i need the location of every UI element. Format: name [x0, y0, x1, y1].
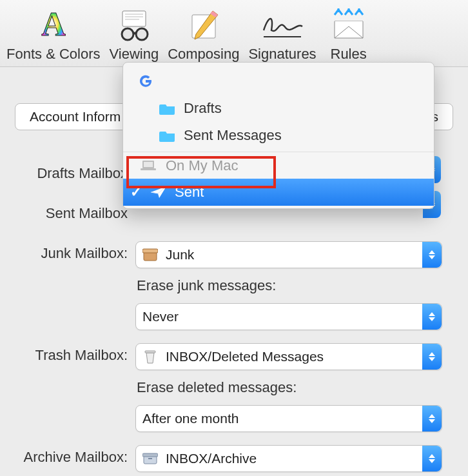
svg-rect-21 [141, 168, 156, 170]
trash-can-icon [142, 349, 158, 364]
trash-mailbox-popup[interactable]: INBOX/Deleted Messages [135, 343, 442, 370]
dropdown-section-on-my-mac: On My Mac [123, 152, 434, 179]
laptop-icon [140, 157, 157, 174]
svg-point-6 [122, 28, 133, 40]
toolbar-label: Signatures [248, 46, 316, 63]
junk-mailbox-label: Junk Mailbox: [4, 241, 135, 262]
svg-rect-15 [145, 351, 155, 353]
erase-deleted-label: Erase deleted messages: [137, 379, 442, 396]
archive-box-icon [142, 451, 158, 466]
archive-mailbox-popup[interactable]: INBOX/Archive [135, 445, 442, 472]
toolbar-label: Rules [331, 46, 367, 63]
junk-mailbox-popup[interactable]: Junk [135, 241, 442, 268]
folder-icon [159, 100, 176, 117]
erase-junk-popup[interactable]: Never [135, 303, 442, 330]
dropdown-item-label: Drafts [184, 100, 222, 117]
preferences-toolbar: A A Fonts & Colors Viewing [0, 0, 468, 67]
erase-deleted-popup[interactable]: After one month [135, 405, 442, 432]
toolbar-label: Fonts & Colors [6, 46, 101, 63]
svg-point-7 [136, 28, 148, 40]
stepper-icon [422, 406, 442, 431]
fonts-colors-icon: A A [30, 6, 77, 45]
toolbar-signatures[interactable]: Signatures [246, 6, 318, 63]
junk-mailbox-value: Junk [166, 247, 194, 263]
viewing-icon [111, 6, 157, 45]
dropdown-account-google[interactable] [123, 68, 434, 95]
toolbar-viewing[interactable]: Viewing [107, 6, 162, 63]
drafts-mailbox-label: Drafts Mailbox [4, 161, 135, 182]
erase-junk-value: Never [142, 309, 179, 324]
svg-text:A: A [41, 8, 66, 42]
toolbar-fonts-colors[interactable]: A A Fonts & Colors [4, 6, 103, 63]
svg-rect-17 [142, 453, 158, 457]
stepper-icon [422, 344, 442, 370]
dropdown-section-label: On My Mac [166, 157, 238, 174]
row-junk: Junk Mailbox: Junk Erase junk messages: … [4, 241, 468, 330]
svg-rect-18 [148, 458, 152, 459]
toolbar-label: Composing [168, 46, 239, 63]
trash-mailbox-label: Trash Mailbox: [4, 343, 135, 364]
dropdown-item-sent-selected[interactable]: ✓ Sent [123, 179, 434, 206]
toolbar-rules[interactable]: Rules [323, 6, 375, 63]
sent-mailbox-dropdown: Drafts Sent Messages On My Mac ✓ Sent [122, 62, 434, 209]
paper-plane-icon [150, 184, 167, 201]
dropdown-item-drafts[interactable]: Drafts [123, 95, 434, 122]
erase-deleted-value: After one month [142, 411, 239, 426]
row-trash: Trash Mailbox: INBOX/Deleted Messages Er… [4, 343, 468, 432]
composing-icon [180, 6, 227, 45]
google-icon [137, 73, 154, 90]
dropdown-item-label: Sent [175, 184, 204, 201]
erase-junk-label: Erase junk messages: [137, 277, 442, 294]
signatures-icon [259, 6, 306, 45]
stepper-icon [422, 242, 442, 268]
tab-account-information[interactable]: Account Inform [15, 104, 135, 130]
archive-mailbox-label: Archive Mailbox: [4, 445, 135, 466]
archive-mailbox-value: INBOX/Archive [166, 451, 257, 466]
folder-icon [159, 127, 176, 144]
sent-mailbox-label: Sent Mailbox [4, 201, 135, 222]
stepper-icon [422, 304, 442, 330]
checkmark-icon: ✓ [130, 184, 142, 201]
svg-rect-2 [122, 11, 146, 26]
trash-mailbox-value: INBOX/Deleted Messages [166, 349, 324, 364]
junk-box-icon [142, 247, 158, 263]
toolbar-composing[interactable]: Composing [165, 6, 242, 63]
svg-rect-20 [144, 162, 153, 167]
rules-icon [326, 6, 372, 45]
dropdown-item-sent-messages[interactable]: Sent Messages [123, 122, 434, 149]
toolbar-label: Viewing [110, 46, 159, 63]
svg-rect-16 [144, 456, 157, 464]
svg-rect-14 [142, 249, 158, 253]
stepper-icon [422, 446, 442, 471]
row-archive: Archive Mailbox: INBOX/Archive [4, 445, 468, 472]
dropdown-item-label: Sent Messages [184, 127, 282, 144]
